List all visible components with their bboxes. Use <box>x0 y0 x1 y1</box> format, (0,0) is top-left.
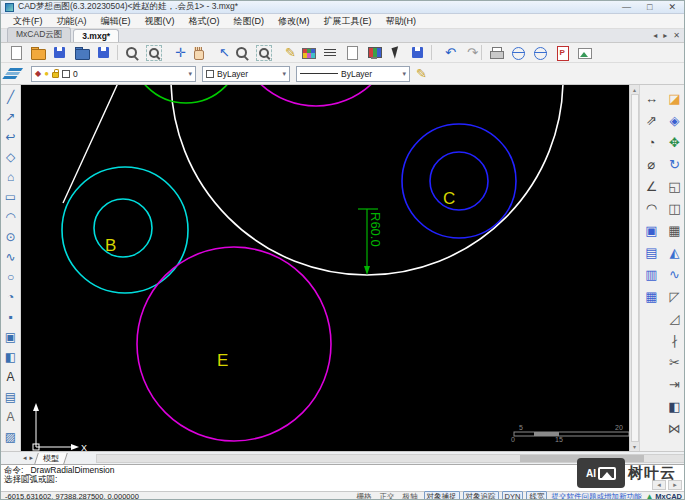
tab-next-icon[interactable]: ▸ <box>663 31 667 40</box>
join-button[interactable]: ⋈ <box>664 417 685 439</box>
zoom-window-button[interactable] <box>143 44 164 62</box>
point-tool[interactable]: ▪ <box>2 307 20 327</box>
aligned-dimension-button[interactable]: ⇗ <box>641 109 662 131</box>
tab-close-icon[interactable]: ✕ <box>673 31 680 40</box>
polygon-edge-tool[interactable]: ⌂ <box>2 167 20 187</box>
block-insert-tool[interactable]: ◧ <box>2 347 20 367</box>
continue-dimension-button[interactable]: ▥ <box>641 263 662 285</box>
rotate-button[interactable]: ↻ <box>664 153 685 175</box>
separator[interactable] <box>115 44 120 62</box>
color-select[interactable]: ByLayer ▾ <box>202 66 290 82</box>
draw-order-button[interactable]: ✎ <box>275 44 296 62</box>
pan-button[interactable] <box>187 44 208 62</box>
arc-length-dimension-button[interactable]: ◠ <box>641 197 662 219</box>
zoom-object-button[interactable] <box>231 44 252 62</box>
close-button[interactable]: ✕ <box>668 2 676 13</box>
model-tab[interactable]: 模型 <box>34 453 68 464</box>
status-toggle-active[interactable]: 线宽 <box>526 491 547 500</box>
feedback-link[interactable]: 提交软件问题或增加新功能 <box>551 492 641 500</box>
scale-button[interactable]: ◱ <box>664 175 685 197</box>
mtext-tool[interactable]: A <box>2 407 20 427</box>
solid-box-button[interactable]: ◧ <box>664 395 685 417</box>
maximize-button[interactable]: □ <box>647 2 652 13</box>
extend-button[interactable]: ⇥ <box>664 373 685 395</box>
scroll-down-icon[interactable]: ▾ <box>633 443 636 450</box>
block-create-tool[interactable]: ▣ <box>2 327 20 347</box>
linear-dimension-button[interactable]: ↔ <box>641 87 662 109</box>
diameter-dimension-button[interactable]: ⌀ <box>641 153 662 175</box>
status-toggle[interactable]: 栅格 <box>355 492 374 500</box>
copy-button[interactable]: ◈ <box>664 109 685 131</box>
drawing-canvas[interactable]: BCER60.0X520015 <box>21 85 629 451</box>
offset-button[interactable]: ◫ <box>664 197 685 219</box>
baseline-dimension-button[interactable]: ▤ <box>641 241 662 263</box>
document-tab[interactable]: MxCAD云图 <box>7 27 71 42</box>
save-as-button[interactable] <box>93 44 114 62</box>
status-toggle-active[interactable]: 对象追踪 <box>463 491 499 500</box>
menu-item[interactable]: 修改(M) <box>272 14 316 29</box>
open-file-button[interactable] <box>27 44 48 62</box>
new-file-button[interactable] <box>5 44 26 62</box>
dimension-style-button[interactable]: ▦ <box>641 285 662 307</box>
mirror-button[interactable]: ◭ <box>664 241 685 263</box>
document-tab[interactable]: 3.mxg* <box>73 29 119 42</box>
zoom-extents-button[interactable]: ✛ <box>165 44 186 62</box>
separator[interactable] <box>429 44 434 62</box>
radius-dimension-button[interactable]: ◔ <box>641 131 662 153</box>
trim-button[interactable]: ✂ <box>664 351 685 373</box>
ellipse-arc-tool[interactable]: ◔ <box>2 287 20 307</box>
save-file-button[interactable] <box>49 44 70 62</box>
menu-item[interactable]: 帮助(H) <box>380 14 423 29</box>
model-next-button[interactable]: ▸ <box>30 454 34 462</box>
layer-manager-icon[interactable] <box>7 66 25 82</box>
insert-image-button[interactable] <box>573 44 594 62</box>
linetype-select[interactable]: ByLayer ▾ <box>296 66 410 82</box>
select-button[interactable] <box>385 44 406 62</box>
scroll-up-icon[interactable]: ▴ <box>633 86 636 93</box>
layer-select[interactable]: ◆ ● 0 ▾ <box>31 66 196 82</box>
pdf-export-button[interactable] <box>551 44 572 62</box>
menu-item[interactable]: 格式(O) <box>183 14 226 29</box>
rectangle-tool[interactable]: ▭ <box>2 187 20 207</box>
menu-item[interactable]: 扩展工具(E) <box>318 14 378 29</box>
status-toggle-active[interactable]: DYN <box>502 491 524 500</box>
spline-edit-button[interactable]: ∿ <box>664 263 685 285</box>
spline-tool[interactable]: ∿ <box>2 247 20 267</box>
arc-tool[interactable]: ◠ <box>2 207 20 227</box>
open-project-button[interactable] <box>71 44 92 62</box>
zoom-previous-button[interactable]: ↖ <box>209 44 230 62</box>
angular-dimension-button[interactable]: ∠ <box>641 175 662 197</box>
edit-pencil-icon[interactable]: ✎ <box>416 66 427 81</box>
web-publish-button[interactable] <box>507 44 528 62</box>
chamfer-button[interactable]: ◸ <box>664 285 685 307</box>
image-tool[interactable]: ▤ <box>2 387 20 407</box>
circle-tool[interactable]: ⊙ <box>2 227 20 247</box>
erase-button[interactable]: ◪ <box>664 87 685 109</box>
status-toggle[interactable]: 正交 <box>378 492 397 500</box>
polyline-tool[interactable]: ↩ <box>2 127 20 147</box>
quick-dimension-button[interactable]: ▣ <box>641 219 662 241</box>
print-button[interactable] <box>485 44 506 62</box>
polygon-tool[interactable]: ◇ <box>2 147 20 167</box>
color-palette-button[interactable] <box>297 44 318 62</box>
zoom-realtime-button[interactable] <box>121 44 142 62</box>
status-toggle-active[interactable]: 对象捕捉 <box>424 491 460 500</box>
linetype-manager-button[interactable] <box>319 44 340 62</box>
tab-prev-icon[interactable]: ◂ <box>653 31 657 40</box>
status-toggle[interactable]: 极轴 <box>401 492 420 500</box>
construction-line-tool[interactable]: ↗ <box>2 107 20 127</box>
web-settings-button[interactable] <box>529 44 550 62</box>
separator[interactable] <box>479 44 484 62</box>
undo-button[interactable]: ↶ <box>435 44 456 62</box>
menu-item[interactable]: 绘图(D) <box>228 14 271 29</box>
layer-manager-button[interactable] <box>341 44 362 62</box>
redo-button[interactable]: ↷ <box>457 44 478 62</box>
display-settings-button[interactable] <box>363 44 384 62</box>
hatch-tool[interactable]: ▨ <box>2 427 20 447</box>
break-button[interactable]: ∤ <box>664 329 685 351</box>
line-tool[interactable]: ╱ <box>2 87 20 107</box>
minimize-button[interactable]: — <box>622 2 631 13</box>
zoom-scale-button[interactable] <box>253 44 274 62</box>
vertical-scroll-thumb[interactable] <box>631 94 639 442</box>
options-button[interactable] <box>407 44 428 62</box>
